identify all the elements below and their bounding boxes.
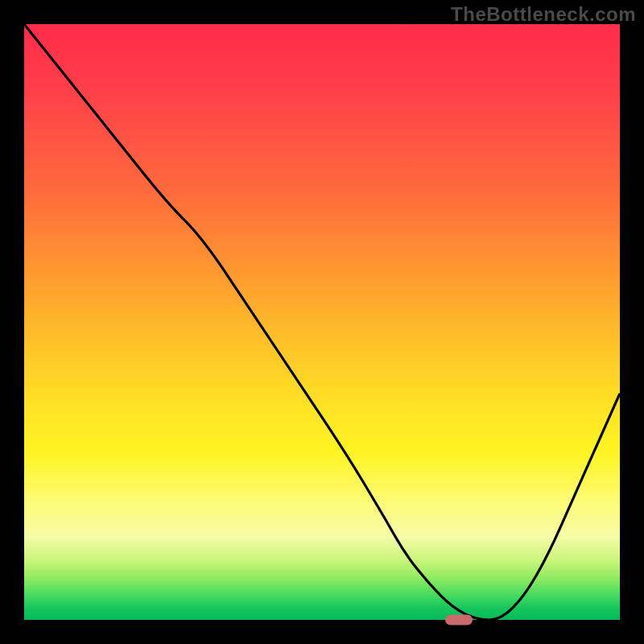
optimal-marker <box>445 615 473 625</box>
watermark-text: TheBottleneck.com <box>451 3 636 26</box>
bottleneck-curve <box>24 24 620 620</box>
chart-frame: TheBottleneck.com <box>0 0 644 644</box>
plot-area <box>24 24 620 620</box>
